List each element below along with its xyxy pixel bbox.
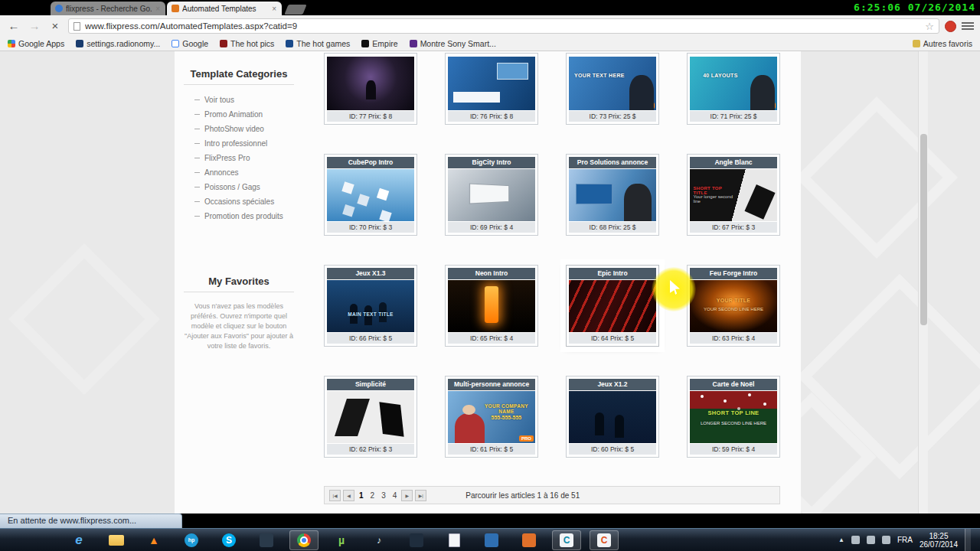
template-card-multi-personne[interactable]: Multi-personne annonce YOUR COMPANY NAME…	[445, 376, 538, 458]
back-button[interactable]: ←	[6, 18, 21, 34]
camtasia-recorder-icon[interactable]: C	[552, 530, 581, 550]
template-id-price: ID: 62 Prix: $ 3	[327, 444, 414, 455]
next-page-button[interactable]: ▶	[401, 490, 413, 501]
tray-expand-icon[interactable]: ▲	[838, 536, 844, 543]
template-card-jeux-x13[interactable]: Jeux X1.3 MAIN TEXT TITLE ID: 66 Prix: $…	[324, 265, 417, 347]
taskbar-icons: e ▲ hp S µ ♪ C C	[64, 530, 619, 550]
category-promotion-des-produits[interactable]: Promotion des produits	[194, 209, 303, 223]
notepad-icon[interactable]	[439, 530, 469, 550]
template-title: Multi-personne annonce	[448, 379, 535, 390]
scrollbar-thumb[interactable]	[920, 134, 927, 325]
stop-button[interactable]: ×	[47, 18, 63, 34]
hp-app-icon[interactable]: hp	[177, 530, 206, 550]
bookmark-google-apps[interactable]: Google Apps	[8, 39, 64, 48]
template-card-71[interactable]: 40 LAYOUTS PRO ID: 71 Prix: 25 $	[687, 53, 780, 125]
tab-automated-templates[interactable]: Automated Templates ×	[167, 2, 282, 15]
page-number-1[interactable]: 1	[357, 491, 366, 500]
template-card-77[interactable]: ID: 77 Prix: $ 8	[324, 53, 417, 125]
template-card-bigcity[interactable]: BigCity Intro ID: 69 Prix: $ 4	[445, 154, 538, 236]
bookmark-google[interactable]: Google	[172, 39, 208, 48]
template-card-angle-blanc[interactable]: Angle Blanc SHORT TOP TITLE Your longer …	[687, 154, 780, 236]
category-photoshow-video[interactable]: PhotoShow video	[194, 122, 303, 136]
empire-favicon	[361, 40, 369, 47]
template-id-price: ID: 66 Prix: $ 5	[327, 333, 414, 344]
radionomy-favicon	[76, 40, 83, 47]
template-card-carte-de-noel[interactable]: Carte de Noël SHORT TOP LINE LONGER SECO…	[687, 376, 780, 458]
page-number-4[interactable]: 4	[390, 491, 400, 500]
chrome-icon[interactable]	[289, 530, 318, 550]
tab-label: Automated Templates	[182, 5, 268, 13]
category-intro-professionnel[interactable]: Intro professionnel	[194, 136, 303, 151]
category-promo-animation[interactable]: Promo Animation	[194, 107, 303, 122]
template-card-epic[interactable]: Epic Intro ID: 64 Prix: $ 5	[566, 265, 659, 347]
category-poissons-gags[interactable]: Poissons / Gags	[194, 180, 303, 194]
pagination-info: Parcourir les articles 1 à 16 de 51	[466, 491, 580, 500]
volume-icon[interactable]	[882, 536, 890, 544]
bookmark-montre-sony[interactable]: Montre Sony Smart...	[410, 39, 496, 48]
tab-flixpress-search[interactable]: flixpress - Recherche Go... ×	[51, 2, 165, 15]
file-explorer-icon[interactable]	[102, 530, 131, 550]
category-flixpress-pro[interactable]: FlixPress Pro	[194, 151, 303, 165]
volume-app-icon[interactable]: ♪	[364, 530, 394, 550]
category-annonces[interactable]: Annonces	[194, 165, 303, 180]
bookmark-label: Google	[182, 39, 208, 48]
tab-label: flixpress - Recherche Go...	[66, 5, 152, 13]
template-id-price: ID: 61 Prix: $ 5	[448, 444, 535, 455]
template-card-neon[interactable]: Neon Intro ID: 65 Prix: $ 4	[445, 265, 538, 347]
media-player-icon[interactable]: ▲	[139, 530, 168, 550]
dark-app-icon	[260, 533, 273, 547]
last-page-button[interactable]: ▶|	[415, 490, 426, 501]
extension-icon[interactable]	[945, 21, 956, 32]
page-number-3[interactable]: 3	[379, 491, 388, 500]
app-icon-dark[interactable]	[252, 530, 281, 550]
bookmark-star-icon[interactable]: ☆	[925, 21, 934, 32]
bookmark-label: Autres favoris	[923, 39, 972, 48]
taskbar-clock[interactable]: 18:25 26/07/2014	[920, 532, 958, 549]
utorrent-icon[interactable]: µ	[327, 530, 356, 550]
forward-button[interactable]: →	[27, 18, 42, 34]
app-icon-dark-2[interactable]	[402, 530, 431, 550]
new-tab-button[interactable]	[284, 5, 306, 15]
internet-explorer-icon[interactable]: e	[64, 530, 93, 550]
tray-app-icon[interactable]	[851, 536, 860, 544]
first-page-button[interactable]: |◀	[329, 490, 341, 501]
page-scrollbar[interactable]	[918, 51, 928, 514]
previous-page-button[interactable]: ◀	[343, 490, 354, 501]
page-number-2[interactable]: 2	[368, 491, 377, 500]
chrome-menu-button[interactable]	[962, 22, 974, 30]
bookmark-the-hot-pics[interactable]: The hot pics	[220, 39, 274, 48]
browser-tab-strip: flixpress - Recherche Go... × Automated …	[0, 0, 980, 15]
template-card-simplicite[interactable]: Simplicité ID: 62 Prix: $ 3	[324, 376, 417, 458]
media-app-icon[interactable]	[514, 530, 544, 550]
network-icon[interactable]	[867, 536, 875, 544]
template-thumbnail	[569, 169, 656, 221]
bookmark-empire[interactable]: Empire	[361, 39, 397, 48]
bookmark-the-hot-games[interactable]: The hot games	[286, 39, 350, 48]
category-voir-tous[interactable]: Voir tous	[194, 93, 303, 107]
category-occasions-speciales[interactable]: Occasions spéciales	[194, 194, 303, 209]
template-card-jeux-x12[interactable]: Jeux X1.2 ID: 60 Prix: $ 5	[566, 376, 659, 458]
template-title: Simplicité	[327, 379, 414, 390]
language-indicator[interactable]: FRA	[897, 536, 913, 544]
category-label: Occasions spéciales	[204, 194, 274, 209]
template-card-73[interactable]: YOUR TEXT HERE PRO ID: 73 Prix: 25 $	[566, 53, 659, 125]
show-desktop-button[interactable]	[965, 529, 971, 551]
bookmark-radionomy[interactable]: settings.radionomy...	[76, 39, 160, 48]
template-card-feu-forge[interactable]: Feu Forge Intro YOUR TITLE YOUR SECOND L…	[687, 265, 780, 347]
camtasia-studio-icon[interactable]: C	[590, 530, 619, 550]
thumbnail-subtext: 555-555-555	[479, 415, 534, 420]
favorites-title: My Favorites	[175, 276, 303, 287]
template-card-cubepop[interactable]: CubePop Intro ID: 70 Prix: $ 3	[324, 154, 417, 236]
address-bar[interactable]: www.flixpress.com/AutomatedTemplates.asp…	[68, 18, 939, 34]
tab-close-icon[interactable]: ×	[155, 5, 161, 13]
template-card-76[interactable]: ID: 76 Prix: $ 8	[445, 53, 538, 125]
app-icon-blue[interactable]	[477, 530, 506, 550]
bookmark-label: The hot pics	[230, 39, 274, 48]
tab-close-icon[interactable]: ×	[271, 5, 277, 13]
url-text[interactable]: www.flixpress.com/AutomatedTemplates.asp…	[85, 21, 920, 31]
template-title: Pro Solutions annonce	[569, 157, 656, 168]
template-card-pro-solutions[interactable]: Pro Solutions annonce ID: 68 Prix: 25 $	[566, 154, 659, 236]
other-bookmarks-button[interactable]: Autres favoris	[913, 39, 972, 48]
template-title: Feu Forge Intro	[690, 268, 777, 279]
skype-icon[interactable]: S	[214, 530, 243, 550]
